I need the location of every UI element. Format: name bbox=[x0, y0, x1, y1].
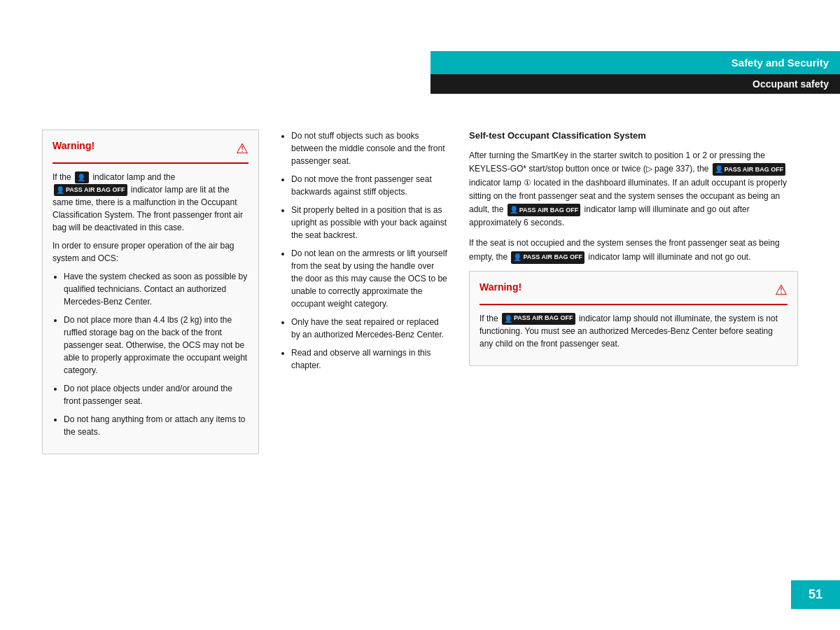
warning-title-row-left: Warning! ⚠ bbox=[52, 140, 248, 164]
right-para1: After turning the SmartKey in the starte… bbox=[469, 149, 798, 230]
person-badge-left: 👤 bbox=[75, 172, 89, 183]
list-item: Do not hang anything from or attach any … bbox=[64, 413, 248, 438]
pass-airbag-badge-left: 👤 PASS AIR BAG OFF bbox=[54, 184, 127, 196]
right-column: Self-test Occupant Classification System… bbox=[469, 130, 798, 574]
warning-para2: In order to ensure proper operation of t… bbox=[52, 239, 248, 265]
warning-box-left: Warning! ⚠ If the 👤 indicator lamp and t… bbox=[42, 130, 259, 454]
list-item: Do not stuff objects such as books betwe… bbox=[291, 130, 448, 167]
warning2-start: If the bbox=[479, 314, 498, 323]
list-item: Only have the seat repaired or replaced … bbox=[291, 316, 448, 341]
warning-box-right: Warning! ⚠ If the 👤 PASS AIR BAG OFF ind… bbox=[469, 271, 798, 366]
header-occupant-title: Occupant safety bbox=[430, 74, 840, 94]
pass-airbag-badge-right1: 👤 PASS AIR BAG OFF bbox=[713, 163, 786, 176]
warning-triangle-icon-left: ⚠ bbox=[236, 140, 248, 157]
page-number: 51 bbox=[791, 580, 840, 609]
para2-end: indicator lamp will illuminate and not g… bbox=[588, 252, 750, 262]
pass-airbag-badge-right4: 👤 PASS AIR BAG OFF bbox=[502, 313, 575, 325]
left-column: Warning! ⚠ If the 👤 indicator lamp and t… bbox=[42, 130, 259, 574]
right-para2: If the seat is not occupied and the syst… bbox=[469, 237, 798, 263]
warning-para1-start: If the bbox=[52, 172, 71, 182]
middle-bullet-list: Do not stuff objects such as books betwe… bbox=[280, 130, 448, 372]
section-heading: Self-test Occupant Classification System bbox=[469, 130, 798, 142]
warning-title-row-right: Warning! ⚠ bbox=[479, 281, 788, 305]
list-item: Do not lean on the armrests or lift your… bbox=[291, 247, 448, 310]
pass-airbag-badge-right2: 👤 PASS AIR BAG OFF bbox=[507, 204, 581, 216]
list-item: Do not move the front passenger seat bac… bbox=[291, 173, 448, 198]
warning-triangle-icon-right: ⚠ bbox=[775, 281, 788, 298]
list-item: Have the system checked as soon as possi… bbox=[64, 270, 248, 308]
main-content: Warning! ⚠ If the 👤 indicator lamp and t… bbox=[42, 130, 798, 574]
list-item: Read and observe all warnings in this ch… bbox=[291, 346, 448, 372]
warning-title-left: Warning! bbox=[52, 140, 94, 151]
warning2-para: If the 👤 PASS AIR BAG OFF indicator lamp… bbox=[479, 312, 788, 350]
list-item: Do not place more than 4.4 lbs (2 kg) in… bbox=[64, 314, 248, 377]
left-bullet-list: Have the system checked as soon as possi… bbox=[52, 270, 248, 438]
header-bar: Safety and Security Occupant safety bbox=[430, 51, 840, 94]
header-safety-title: Safety and Security bbox=[430, 51, 840, 74]
warning-title-right: Warning! bbox=[479, 281, 522, 293]
list-item: Do not place objects under and/or around… bbox=[64, 382, 248, 407]
pass-airbag-badge-right3: 👤 PASS AIR BAG OFF bbox=[511, 251, 584, 264]
list-item: Sit properly belted in a position that i… bbox=[291, 204, 448, 241]
middle-column: Do not stuff objects such as books betwe… bbox=[280, 130, 448, 574]
warning-para1-mid: indicator lamp and the bbox=[92, 172, 175, 182]
warning-para1: If the 👤 indicator lamp and the 👤 PASS A… bbox=[52, 171, 248, 234]
